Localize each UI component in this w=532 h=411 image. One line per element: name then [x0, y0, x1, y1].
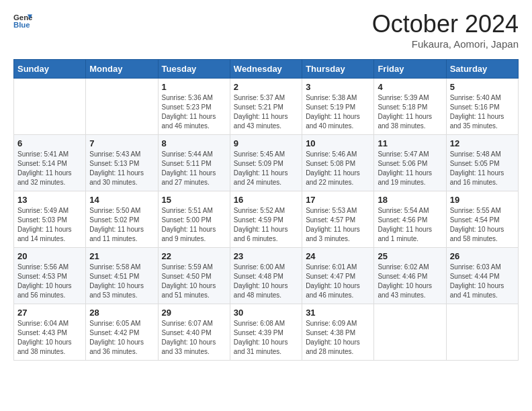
calendar-cell: 25Sunrise: 6:02 AMSunset: 4:46 PMDayligh… — [374, 248, 446, 304]
day-number: 29 — [162, 308, 226, 318]
day-number: 14 — [89, 195, 154, 205]
day-info: Sunrise: 6:00 AMSunset: 4:48 PMDaylight:… — [234, 263, 298, 300]
day-info: Sunrise: 5:40 AMSunset: 5:16 PMDaylight:… — [450, 93, 515, 131]
header-row: SundayMondayTuesdayWednesdayThursdayFrid… — [14, 60, 519, 79]
calendar-cell: 10Sunrise: 5:46 AMSunset: 5:08 PMDayligh… — [302, 135, 374, 191]
day-info: Sunrise: 6:03 AMSunset: 4:44 PMDaylight:… — [450, 263, 515, 300]
day-number: 5 — [450, 82, 515, 92]
calendar-cell — [446, 304, 518, 361]
weekday-header: Saturday — [446, 60, 518, 79]
calendar-cell — [14, 79, 86, 135]
calendar-cell: 9Sunrise: 5:45 AMSunset: 5:09 PMDaylight… — [230, 135, 302, 191]
calendar-week-row: 27Sunrise: 6:04 AMSunset: 4:43 PMDayligh… — [14, 304, 519, 361]
weekday-header: Sunday — [14, 60, 86, 79]
svg-text:Blue: Blue — [13, 21, 30, 29]
day-number: 15 — [162, 195, 226, 205]
location: Fukaura, Aomori, Japan — [372, 38, 519, 50]
day-info: Sunrise: 6:05 AMSunset: 4:42 PMDaylight:… — [89, 319, 154, 357]
day-number: 10 — [306, 138, 370, 148]
day-info: Sunrise: 5:54 AMSunset: 4:56 PMDaylight:… — [378, 206, 442, 244]
logo: General Blue — [13, 12, 32, 31]
calendar-cell: 12Sunrise: 5:48 AMSunset: 5:05 PMDayligh… — [446, 135, 518, 191]
day-info: Sunrise: 6:08 AMSunset: 4:39 PMDaylight:… — [234, 319, 298, 357]
title-block: October 2024 Fukaura, Aomori, Japan — [372, 12, 519, 50]
day-number: 9 — [234, 138, 298, 148]
day-number: 11 — [378, 138, 442, 148]
calendar-cell: 27Sunrise: 6:04 AMSunset: 4:43 PMDayligh… — [14, 304, 86, 361]
day-number: 12 — [450, 138, 515, 148]
calendar-cell: 7Sunrise: 5:43 AMSunset: 5:13 PMDaylight… — [86, 135, 158, 191]
day-info: Sunrise: 5:43 AMSunset: 5:13 PMDaylight:… — [89, 150, 154, 187]
weekday-header: Thursday — [302, 60, 374, 79]
day-number: 7 — [89, 138, 154, 148]
calendar-cell: 21Sunrise: 5:58 AMSunset: 4:51 PMDayligh… — [86, 248, 158, 304]
day-number: 6 — [17, 138, 82, 148]
calendar-cell: 19Sunrise: 5:55 AMSunset: 4:54 PMDayligh… — [446, 191, 518, 248]
day-info: Sunrise: 5:55 AMSunset: 4:54 PMDaylight:… — [450, 206, 515, 244]
calendar-table: SundayMondayTuesdayWednesdayThursdayFrid… — [13, 59, 519, 361]
day-number: 22 — [162, 251, 226, 261]
day-info: Sunrise: 5:39 AMSunset: 5:18 PMDaylight:… — [378, 93, 442, 131]
day-info: Sunrise: 5:36 AMSunset: 5:23 PMDaylight:… — [162, 93, 226, 131]
day-number: 3 — [306, 82, 370, 92]
day-info: Sunrise: 6:01 AMSunset: 4:47 PMDaylight:… — [306, 263, 370, 300]
calendar-cell: 17Sunrise: 5:53 AMSunset: 4:57 PMDayligh… — [302, 191, 374, 248]
day-info: Sunrise: 5:38 AMSunset: 5:19 PMDaylight:… — [306, 93, 370, 131]
weekday-header: Tuesday — [158, 60, 230, 79]
calendar-cell: 22Sunrise: 5:59 AMSunset: 4:50 PMDayligh… — [158, 248, 230, 304]
calendar-cell: 4Sunrise: 5:39 AMSunset: 5:18 PMDaylight… — [374, 79, 446, 135]
calendar-cell: 3Sunrise: 5:38 AMSunset: 5:19 PMDaylight… — [302, 79, 374, 135]
calendar-cell: 30Sunrise: 6:08 AMSunset: 4:39 PMDayligh… — [230, 304, 302, 361]
calendar-cell: 2Sunrise: 5:37 AMSunset: 5:21 PMDaylight… — [230, 79, 302, 135]
day-number: 8 — [162, 138, 226, 148]
day-number: 21 — [89, 251, 154, 261]
weekday-header: Wednesday — [230, 60, 302, 79]
calendar-cell: 24Sunrise: 6:01 AMSunset: 4:47 PMDayligh… — [302, 248, 374, 304]
calendar-cell: 13Sunrise: 5:49 AMSunset: 5:03 PMDayligh… — [14, 191, 86, 248]
calendar-cell: 11Sunrise: 5:47 AMSunset: 5:06 PMDayligh… — [374, 135, 446, 191]
day-number: 31 — [306, 308, 370, 318]
calendar-cell: 1Sunrise: 5:36 AMSunset: 5:23 PMDaylight… — [158, 79, 230, 135]
calendar-week-row: 1Sunrise: 5:36 AMSunset: 5:23 PMDaylight… — [14, 79, 519, 135]
calendar-cell: 26Sunrise: 6:03 AMSunset: 4:44 PMDayligh… — [446, 248, 518, 304]
day-info: Sunrise: 5:44 AMSunset: 5:11 PMDaylight:… — [162, 150, 226, 187]
day-info: Sunrise: 6:07 AMSunset: 4:40 PMDaylight:… — [162, 319, 226, 357]
day-info: Sunrise: 5:58 AMSunset: 4:51 PMDaylight:… — [89, 263, 154, 300]
day-number: 28 — [89, 308, 154, 318]
calendar-week-row: 6Sunrise: 5:41 AMSunset: 5:14 PMDaylight… — [14, 135, 519, 191]
day-number: 18 — [378, 195, 442, 205]
day-number: 20 — [17, 251, 82, 261]
calendar-week-row: 13Sunrise: 5:49 AMSunset: 5:03 PMDayligh… — [14, 191, 519, 248]
day-info: Sunrise: 6:04 AMSunset: 4:43 PMDaylight:… — [17, 319, 82, 357]
day-number: 23 — [234, 251, 298, 261]
day-number: 27 — [17, 308, 82, 318]
weekday-header: Monday — [86, 60, 158, 79]
day-info: Sunrise: 5:49 AMSunset: 5:03 PMDaylight:… — [17, 206, 82, 244]
day-info: Sunrise: 5:41 AMSunset: 5:14 PMDaylight:… — [17, 150, 82, 187]
day-info: Sunrise: 5:47 AMSunset: 5:06 PMDaylight:… — [378, 150, 442, 187]
day-info: Sunrise: 5:53 AMSunset: 4:57 PMDaylight:… — [306, 206, 370, 244]
day-number: 26 — [450, 251, 515, 261]
month-title: October 2024 — [372, 12, 519, 36]
day-info: Sunrise: 5:37 AMSunset: 5:21 PMDaylight:… — [234, 93, 298, 131]
day-info: Sunrise: 5:51 AMSunset: 5:00 PMDaylight:… — [162, 206, 226, 244]
day-info: Sunrise: 5:45 AMSunset: 5:09 PMDaylight:… — [234, 150, 298, 187]
calendar-cell: 15Sunrise: 5:51 AMSunset: 5:00 PMDayligh… — [158, 191, 230, 248]
calendar-cell: 28Sunrise: 6:05 AMSunset: 4:42 PMDayligh… — [86, 304, 158, 361]
day-number: 30 — [234, 308, 298, 318]
weekday-header: Friday — [374, 60, 446, 79]
calendar-cell: 14Sunrise: 5:50 AMSunset: 5:02 PMDayligh… — [86, 191, 158, 248]
day-number: 17 — [306, 195, 370, 205]
calendar-week-row: 20Sunrise: 5:56 AMSunset: 4:53 PMDayligh… — [14, 248, 519, 304]
day-number: 13 — [17, 195, 82, 205]
calendar-cell — [374, 304, 446, 361]
calendar-cell: 8Sunrise: 5:44 AMSunset: 5:11 PMDaylight… — [158, 135, 230, 191]
day-info: Sunrise: 5:48 AMSunset: 5:05 PMDaylight:… — [450, 150, 515, 187]
logo-icon: General Blue — [13, 12, 32, 31]
calendar-cell: 23Sunrise: 6:00 AMSunset: 4:48 PMDayligh… — [230, 248, 302, 304]
calendar-page: General Blue October 2024 Fukaura, Aomor… — [0, 0, 532, 411]
calendar-cell: 31Sunrise: 6:09 AMSunset: 4:38 PMDayligh… — [302, 304, 374, 361]
calendar-cell: 6Sunrise: 5:41 AMSunset: 5:14 PMDaylight… — [14, 135, 86, 191]
day-number: 1 — [162, 82, 226, 92]
day-number: 24 — [306, 251, 370, 261]
